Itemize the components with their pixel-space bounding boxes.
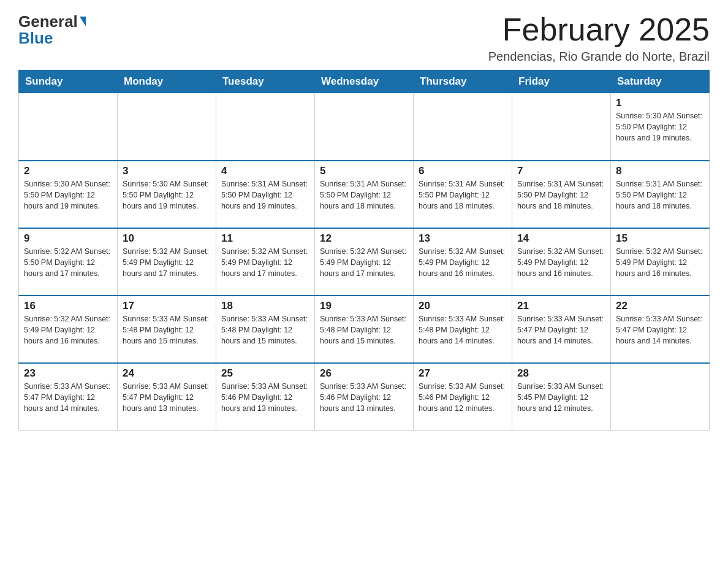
day-number: 28 bbox=[517, 367, 605, 380]
day-info: Sunrise: 5:32 AM Sunset: 5:49 PM Dayligh… bbox=[24, 313, 112, 347]
calendar-week-row: 1Sunrise: 5:30 AM Sunset: 5:50 PM Daylig… bbox=[19, 93, 710, 161]
day-info: Sunrise: 5:33 AM Sunset: 5:48 PM Dayligh… bbox=[221, 313, 309, 347]
day-info: Sunrise: 5:33 AM Sunset: 5:46 PM Dayligh… bbox=[320, 381, 408, 414]
day-number: 16 bbox=[24, 300, 112, 312]
day-number: 24 bbox=[123, 367, 211, 380]
calendar-cell: 16Sunrise: 5:32 AM Sunset: 5:49 PM Dayli… bbox=[19, 296, 118, 363]
calendar-cell: 8Sunrise: 5:31 AM Sunset: 5:50 PM Daylig… bbox=[611, 161, 710, 228]
day-number: 14 bbox=[517, 232, 605, 245]
weekday-header-saturday: Saturday bbox=[611, 71, 710, 93]
calendar-cell: 26Sunrise: 5:33 AM Sunset: 5:46 PM Dayli… bbox=[315, 363, 414, 431]
day-info: Sunrise: 5:33 AM Sunset: 5:48 PM Dayligh… bbox=[123, 313, 211, 347]
calendar-cell bbox=[414, 93, 512, 161]
day-number: 22 bbox=[616, 300, 704, 312]
calendar-cell: 2Sunrise: 5:30 AM Sunset: 5:50 PM Daylig… bbox=[19, 161, 118, 228]
day-info: Sunrise: 5:32 AM Sunset: 5:49 PM Dayligh… bbox=[419, 246, 507, 279]
title-block: February 2025 Pendencias, Rio Grande do … bbox=[488, 12, 710, 64]
calendar-cell: 11Sunrise: 5:32 AM Sunset: 5:49 PM Dayli… bbox=[216, 228, 315, 296]
day-number: 17 bbox=[123, 300, 211, 312]
day-number: 21 bbox=[517, 300, 605, 312]
logo-arrow-icon bbox=[80, 17, 86, 26]
calendar-cell: 7Sunrise: 5:31 AM Sunset: 5:50 PM Daylig… bbox=[512, 161, 611, 228]
day-info: Sunrise: 5:33 AM Sunset: 5:46 PM Dayligh… bbox=[419, 381, 507, 414]
logo: General Blue bbox=[18, 12, 86, 48]
weekday-header-tuesday: Tuesday bbox=[216, 71, 315, 93]
day-info: Sunrise: 5:30 AM Sunset: 5:50 PM Dayligh… bbox=[123, 178, 211, 212]
weekday-header-wednesday: Wednesday bbox=[315, 71, 414, 93]
day-info: Sunrise: 5:30 AM Sunset: 5:50 PM Dayligh… bbox=[24, 178, 112, 212]
calendar-cell: 3Sunrise: 5:30 AM Sunset: 5:50 PM Daylig… bbox=[118, 161, 216, 228]
day-info: Sunrise: 5:31 AM Sunset: 5:50 PM Dayligh… bbox=[517, 178, 605, 212]
day-number: 15 bbox=[616, 232, 704, 245]
calendar-cell: 18Sunrise: 5:33 AM Sunset: 5:48 PM Dayli… bbox=[216, 296, 315, 363]
calendar-week-row: 16Sunrise: 5:32 AM Sunset: 5:49 PM Dayli… bbox=[19, 296, 710, 363]
calendar-cell: 10Sunrise: 5:32 AM Sunset: 5:49 PM Dayli… bbox=[118, 228, 216, 296]
day-info: Sunrise: 5:31 AM Sunset: 5:50 PM Dayligh… bbox=[419, 178, 507, 212]
day-number: 18 bbox=[221, 300, 309, 312]
calendar-cell bbox=[19, 93, 118, 161]
calendar-cell: 28Sunrise: 5:33 AM Sunset: 5:45 PM Dayli… bbox=[512, 363, 611, 431]
logo-blue-label: Blue bbox=[18, 29, 53, 48]
day-info: Sunrise: 5:33 AM Sunset: 5:47 PM Dayligh… bbox=[616, 313, 704, 347]
weekday-header-thursday: Thursday bbox=[414, 71, 512, 93]
day-number: 3 bbox=[123, 165, 211, 177]
calendar-cell: 9Sunrise: 5:32 AM Sunset: 5:50 PM Daylig… bbox=[19, 228, 118, 296]
calendar-cell: 12Sunrise: 5:32 AM Sunset: 5:49 PM Dayli… bbox=[315, 228, 414, 296]
calendar-cell: 13Sunrise: 5:32 AM Sunset: 5:49 PM Dayli… bbox=[414, 228, 512, 296]
calendar-cell: 1Sunrise: 5:30 AM Sunset: 5:50 PM Daylig… bbox=[611, 93, 710, 161]
day-info: Sunrise: 5:31 AM Sunset: 5:50 PM Dayligh… bbox=[320, 178, 408, 212]
calendar-cell: 6Sunrise: 5:31 AM Sunset: 5:50 PM Daylig… bbox=[414, 161, 512, 228]
day-info: Sunrise: 5:31 AM Sunset: 5:50 PM Dayligh… bbox=[616, 178, 704, 212]
month-title: February 2025 bbox=[488, 12, 710, 47]
page-header: General Blue February 2025 Pendencias, R… bbox=[18, 12, 710, 64]
calendar-cell bbox=[512, 93, 611, 161]
calendar-cell: 4Sunrise: 5:31 AM Sunset: 5:50 PM Daylig… bbox=[216, 161, 315, 228]
day-info: Sunrise: 5:32 AM Sunset: 5:49 PM Dayligh… bbox=[221, 246, 309, 279]
day-info: Sunrise: 5:33 AM Sunset: 5:47 PM Dayligh… bbox=[123, 381, 211, 414]
day-info: Sunrise: 5:32 AM Sunset: 5:50 PM Dayligh… bbox=[24, 246, 112, 279]
day-number: 13 bbox=[419, 232, 507, 245]
weekday-header-monday: Monday bbox=[118, 71, 216, 93]
day-number: 9 bbox=[24, 232, 112, 245]
calendar-cell: 27Sunrise: 5:33 AM Sunset: 5:46 PM Dayli… bbox=[414, 363, 512, 431]
weekday-header-sunday: Sunday bbox=[19, 71, 118, 93]
calendar-cell: 23Sunrise: 5:33 AM Sunset: 5:47 PM Dayli… bbox=[19, 363, 118, 431]
day-info: Sunrise: 5:32 AM Sunset: 5:49 PM Dayligh… bbox=[517, 246, 605, 279]
day-info: Sunrise: 5:33 AM Sunset: 5:47 PM Dayligh… bbox=[517, 313, 605, 347]
day-number: 8 bbox=[616, 165, 704, 177]
day-number: 23 bbox=[24, 367, 112, 380]
day-info: Sunrise: 5:32 AM Sunset: 5:49 PM Dayligh… bbox=[320, 246, 408, 279]
day-info: Sunrise: 5:31 AM Sunset: 5:50 PM Dayligh… bbox=[221, 178, 309, 212]
day-info: Sunrise: 5:33 AM Sunset: 5:48 PM Dayligh… bbox=[320, 313, 408, 347]
calendar-cell: 21Sunrise: 5:33 AM Sunset: 5:47 PM Dayli… bbox=[512, 296, 611, 363]
calendar-cell bbox=[216, 93, 315, 161]
calendar-cell: 17Sunrise: 5:33 AM Sunset: 5:48 PM Dayli… bbox=[118, 296, 216, 363]
day-info: Sunrise: 5:32 AM Sunset: 5:49 PM Dayligh… bbox=[123, 246, 211, 279]
day-number: 20 bbox=[419, 300, 507, 312]
calendar-cell: 25Sunrise: 5:33 AM Sunset: 5:46 PM Dayli… bbox=[216, 363, 315, 431]
day-info: Sunrise: 5:30 AM Sunset: 5:50 PM Dayligh… bbox=[616, 110, 704, 144]
day-info: Sunrise: 5:33 AM Sunset: 5:46 PM Dayligh… bbox=[221, 381, 309, 414]
weekday-header-friday: Friday bbox=[512, 71, 611, 93]
calendar-week-row: 2Sunrise: 5:30 AM Sunset: 5:50 PM Daylig… bbox=[19, 161, 710, 228]
day-info: Sunrise: 5:33 AM Sunset: 5:48 PM Dayligh… bbox=[419, 313, 507, 347]
calendar-cell bbox=[611, 363, 710, 431]
day-number: 11 bbox=[221, 232, 309, 245]
day-number: 10 bbox=[123, 232, 211, 245]
calendar-cell: 14Sunrise: 5:32 AM Sunset: 5:49 PM Dayli… bbox=[512, 228, 611, 296]
day-info: Sunrise: 5:33 AM Sunset: 5:47 PM Dayligh… bbox=[24, 381, 112, 414]
day-number: 6 bbox=[419, 165, 507, 177]
calendar-cell: 20Sunrise: 5:33 AM Sunset: 5:48 PM Dayli… bbox=[414, 296, 512, 363]
day-number: 27 bbox=[419, 367, 507, 380]
day-number: 1 bbox=[616, 97, 704, 109]
day-number: 19 bbox=[320, 300, 408, 312]
calendar-cell: 19Sunrise: 5:33 AM Sunset: 5:48 PM Dayli… bbox=[315, 296, 414, 363]
day-number: 5 bbox=[320, 165, 408, 177]
weekday-header-row: SundayMondayTuesdayWednesdayThursdayFrid… bbox=[19, 71, 710, 93]
calendar-cell: 24Sunrise: 5:33 AM Sunset: 5:47 PM Dayli… bbox=[118, 363, 216, 431]
calendar-cell bbox=[118, 93, 216, 161]
day-number: 2 bbox=[24, 165, 112, 177]
calendar-cell: 5Sunrise: 5:31 AM Sunset: 5:50 PM Daylig… bbox=[315, 161, 414, 228]
day-number: 25 bbox=[221, 367, 309, 380]
day-info: Sunrise: 5:32 AM Sunset: 5:49 PM Dayligh… bbox=[616, 246, 704, 279]
